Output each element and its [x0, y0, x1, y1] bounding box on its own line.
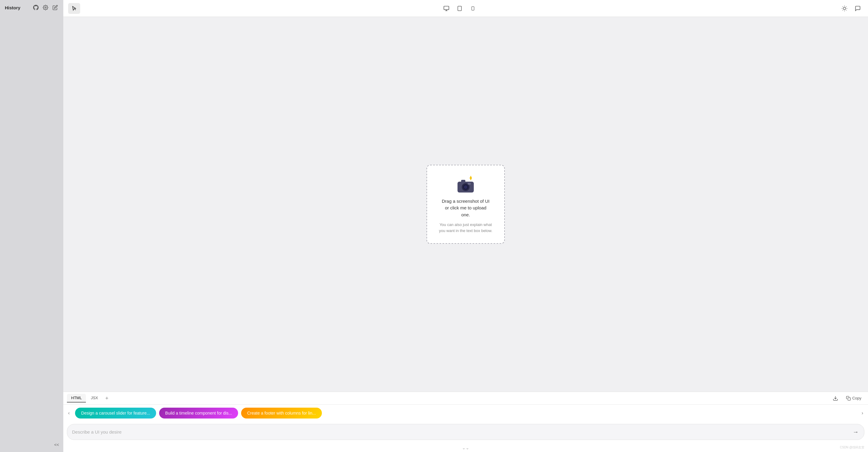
download-button[interactable]	[831, 394, 840, 402]
code-tabs-right: Copy	[831, 394, 864, 402]
github-icon	[33, 5, 38, 10]
preview-area[interactable]: Drag a screenshot of UI or click me to u…	[63, 17, 868, 392]
describe-input[interactable]	[72, 429, 852, 434]
camera-icon-container	[455, 175, 476, 193]
upload-main-text: Drag a screenshot of UI or click me to u…	[442, 198, 490, 219]
sidebar-bottom: <<	[0, 442, 63, 447]
camera-icon	[455, 175, 476, 193]
svg-marker-18	[470, 176, 472, 180]
svg-point-0	[45, 7, 46, 8]
download-icon	[833, 396, 838, 401]
sidebar-header: History	[0, 0, 63, 15]
send-arrow-icon: →	[852, 428, 859, 435]
collapse-icon: <<	[54, 442, 59, 447]
chip-timeline[interactable]: Build a timeline component for dis...	[159, 408, 238, 419]
code-area: HTML JSX +	[63, 392, 868, 452]
sidebar-title: History	[5, 5, 21, 10]
svg-line-12	[843, 6, 843, 7]
pointer-tool-button[interactable]	[68, 3, 80, 14]
theme-toggle-button[interactable]	[839, 4, 850, 13]
tab-html[interactable]: HTML	[67, 394, 86, 402]
input-wrapper: →	[67, 424, 864, 440]
toolbar-right	[839, 4, 863, 13]
settings-button[interactable]	[42, 4, 49, 11]
gear-icon	[43, 5, 48, 10]
sidebar-collapse-button[interactable]: <<	[54, 442, 59, 447]
chip-footer[interactable]: Create a footer with columns for lin...	[241, 408, 322, 419]
github-button[interactable]	[33, 4, 39, 11]
sun-icon	[841, 5, 847, 11]
sidebar: History <<	[0, 0, 63, 452]
add-tab-button[interactable]: +	[103, 394, 111, 402]
toolbar	[63, 0, 868, 17]
chevron-down-icon: ⌄⌄	[462, 445, 469, 450]
toolbar-left	[68, 3, 80, 14]
svg-rect-26	[848, 398, 850, 400]
suggestion-next-button[interactable]: ›	[859, 409, 866, 417]
upload-sub-text: You can also just explain what you want …	[439, 222, 492, 233]
chat-icon	[855, 5, 861, 11]
edit-icon	[53, 5, 58, 10]
chips-container: Design a carousel slider for feature... …	[75, 408, 856, 419]
upload-zone[interactable]: Drag a screenshot of UI or click me to u…	[427, 165, 505, 244]
chevron-area: ⌄⌄	[63, 444, 868, 452]
svg-rect-23	[461, 180, 465, 182]
desktop-icon	[443, 5, 450, 11]
tablet-view-button[interactable]	[454, 3, 466, 14]
sidebar-icon-group	[33, 4, 59, 11]
svg-point-22	[464, 185, 467, 189]
svg-line-17	[846, 6, 846, 7]
send-button[interactable]: →	[852, 428, 859, 436]
desktop-view-button[interactable]	[440, 3, 453, 14]
main-content: Drag a screenshot of UI or click me to u…	[63, 0, 868, 452]
suggestion-prev-button[interactable]: ‹	[66, 409, 72, 417]
svg-rect-2	[444, 6, 449, 10]
tablet-icon	[457, 5, 462, 11]
code-tabs-bar: HTML JSX +	[63, 392, 868, 405]
copy-button[interactable]: Copy	[843, 394, 864, 402]
mobile-view-button[interactable]	[467, 3, 479, 14]
tab-jsx[interactable]: JSX	[87, 394, 102, 402]
suggestions-row: ‹ Design a carousel slider for feature..…	[63, 405, 868, 422]
toolbar-center	[83, 3, 837, 14]
input-area: →	[63, 422, 868, 444]
chip-carousel[interactable]: Design a carousel slider for feature...	[75, 408, 156, 419]
copy-icon	[846, 396, 851, 401]
svg-point-9	[843, 7, 846, 9]
svg-rect-24	[468, 183, 471, 185]
mobile-icon	[471, 5, 475, 11]
copy-label: Copy	[852, 396, 861, 400]
chat-button[interactable]	[852, 4, 863, 13]
svg-line-1	[75, 9, 76, 10]
pointer-icon	[71, 6, 77, 11]
edit-button[interactable]	[52, 4, 59, 11]
